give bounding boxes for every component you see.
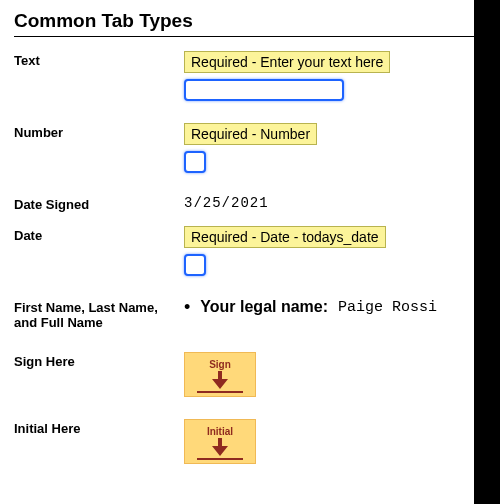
name-value: Paige Rossi (338, 299, 437, 316)
row-label: Sign Here (14, 352, 184, 369)
row-controls: • Your legal name: Paige Rossi (184, 298, 486, 316)
initial-here-tab[interactable]: Initial (184, 419, 256, 464)
date-signed-value: 3/25/2021 (184, 195, 486, 211)
name-line: • Your legal name: Paige Rossi (184, 298, 486, 316)
required-tag: Required - Date - todays_date (184, 226, 386, 248)
row-initial-here: Initial Here Initial (14, 419, 486, 464)
row-label: Date Signed (14, 195, 184, 212)
name-legend-label: Your legal name: (200, 298, 328, 316)
arrow-down-icon (210, 438, 230, 456)
form-section: Common Tab Types Text Required - Enter y… (0, 0, 500, 464)
row-controls: Initial (184, 419, 486, 464)
bullet-icon: • (184, 298, 190, 316)
row-date-signed: Date Signed 3/25/2021 (14, 195, 486, 212)
row-label: Initial Here (14, 419, 184, 436)
row-label: Text (14, 51, 184, 68)
section-rule (14, 36, 486, 37)
row-label: First Name, Last Name, and Full Name (14, 298, 184, 330)
row-controls: Required - Enter your text here (184, 51, 486, 101)
sign-tab-caption: Sign (209, 359, 231, 370)
section-title: Common Tab Types (14, 10, 486, 32)
initial-tab-caption: Initial (207, 426, 233, 437)
row-date: Date Required - Date - todays_date (14, 226, 486, 276)
row-name: First Name, Last Name, and Full Name • Y… (14, 298, 486, 330)
row-controls: Sign (184, 352, 486, 397)
initial-underline (197, 458, 243, 460)
image-crop-edge (474, 0, 500, 504)
row-label: Date (14, 226, 184, 243)
row-label: Number (14, 123, 184, 140)
arrow-down-icon (210, 371, 230, 389)
row-controls: Required - Date - todays_date (184, 226, 486, 276)
sign-here-tab[interactable]: Sign (184, 352, 256, 397)
row-controls: 3/25/2021 (184, 195, 486, 211)
required-tag: Required - Enter your text here (184, 51, 390, 73)
required-tag: Required - Number (184, 123, 317, 145)
sign-underline (197, 391, 243, 393)
date-input[interactable] (184, 254, 206, 276)
text-input[interactable] (184, 79, 344, 101)
row-number: Number Required - Number (14, 123, 486, 173)
row-sign-here: Sign Here Sign (14, 352, 486, 397)
row-controls: Required - Number (184, 123, 486, 173)
number-input[interactable] (184, 151, 206, 173)
row-text: Text Required - Enter your text here (14, 51, 486, 101)
